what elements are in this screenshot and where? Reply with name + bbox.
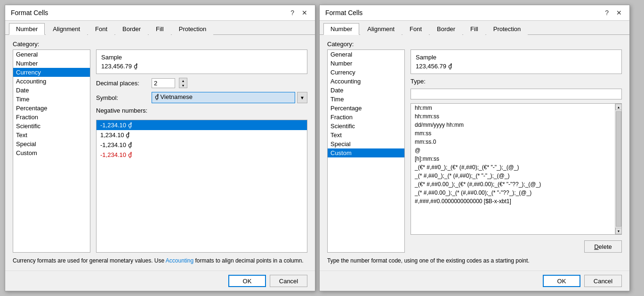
dialog-body-1: Category: GeneralNumberCurrencyAccountin… (5, 35, 315, 271)
tab-alignment-1[interactable]: Alignment (46, 23, 87, 35)
symbol-dropdown-arrow[interactable]: ▼ (297, 92, 307, 103)
title-bar-2: Format Cells ? ✕ (320, 5, 629, 21)
cancel-button-1[interactable]: Cancel (270, 275, 307, 287)
category-item[interactable]: Accounting (13, 77, 90, 86)
symbol-select[interactable]: ₫ Vietnamese (152, 92, 295, 103)
negative-item[interactable]: -1,234.10 ₫ (97, 140, 307, 150)
decimal-input[interactable] (152, 78, 175, 88)
tab-fill-1[interactable]: Fill (149, 23, 171, 35)
description-1: Currency formats are used for general mo… (13, 256, 307, 265)
format-item[interactable]: #,###,##0.0000000000000 [$B-x-xbt1] (411, 197, 621, 206)
category-item[interactable]: General (13, 50, 90, 59)
footer-2: OK Cancel (320, 271, 629, 291)
close-button-2[interactable]: ✕ (614, 9, 624, 16)
scroll-up-arrow[interactable]: ▲ (615, 104, 622, 110)
format-list[interactable]: hh:mmhh:mm:ssdd/mm/yyyy hh:mmmm:ssmm:ss.… (411, 103, 622, 235)
category-item[interactable]: Percentage (13, 104, 90, 113)
tab-number-1[interactable]: Number (9, 23, 45, 35)
category-item[interactable]: Special (328, 140, 404, 148)
category-list-2[interactable]: GeneralNumberCurrencyAccountingDateTimeP… (327, 49, 405, 253)
format-item[interactable]: _(* #,##0.00_);_(* (#,##0.00);_(* "-"??_… (411, 189, 621, 197)
ok-button-2[interactable]: OK (543, 275, 580, 287)
symbol-row: Symbol: ₫ Vietnamese ▼ (96, 92, 307, 103)
category-label-2: Category: (327, 41, 622, 48)
right-panel-2: Sample 123,456.79 ₫ Type: #,##0.00 [$₫-v… (411, 49, 622, 253)
accounting-link[interactable]: Accounting (166, 257, 193, 264)
tab-protection-2[interactable]: Protection (486, 23, 528, 35)
category-item[interactable]: Fraction (328, 113, 404, 122)
help-button-2[interactable]: ? (603, 9, 611, 16)
tab-font-2[interactable]: Font (402, 23, 429, 35)
format-item[interactable]: hh:mm:ss (411, 112, 621, 121)
category-item[interactable]: Scientific (328, 122, 404, 131)
format-cells-dialog-2: Format Cells ? ✕ NumberAlignmentFontBord… (319, 5, 630, 291)
tabs-2: NumberAlignmentFontBorderFillProtection (320, 21, 629, 35)
format-item[interactable]: [h]:mm:ss (411, 155, 621, 163)
negative-item[interactable]: 1,234.10 ₫ (97, 130, 307, 140)
category-item[interactable]: Text (328, 131, 404, 140)
title-controls-1: ? ✕ (289, 9, 309, 16)
decimal-row: Decimal places: ▲ ▼ (96, 78, 307, 88)
format-item[interactable]: mm:ss (411, 129, 621, 138)
format-item[interactable]: @ (411, 146, 621, 155)
tab-fill-2[interactable]: Fill (463, 23, 485, 35)
category-item[interactable]: Time (13, 95, 90, 104)
footer-1: OK Cancel (5, 271, 315, 291)
category-item[interactable]: Date (328, 86, 404, 95)
description-2: Type the number format code, using one o… (327, 256, 622, 265)
negative-list[interactable]: -1,234.10 ₫1,234.10 ₫-1,234.10 ₫-1,234.1… (96, 120, 307, 253)
main-row-2: GeneralNumberCurrencyAccountingDateTimeP… (327, 49, 622, 253)
dialog-title-1: Format Cells (11, 9, 48, 16)
category-item[interactable]: Number (13, 59, 90, 68)
tab-border-1[interactable]: Border (115, 23, 148, 35)
category-item[interactable]: General (328, 50, 404, 59)
cancel-button-2[interactable]: Cancel (584, 275, 622, 287)
format-item[interactable]: _(* #,##0_);_(* (#,##0);_(* "-"_);_(@_) (411, 172, 621, 180)
sample-value-1: 123,456.79 ₫ (101, 63, 302, 70)
format-item[interactable]: mm:ss.0 (411, 138, 621, 146)
dialog-title-2: Format Cells (325, 9, 362, 16)
tab-number-2[interactable]: Number (323, 23, 359, 35)
negative-item[interactable]: -1,234.10 ₫ (97, 120, 307, 130)
sample-box-2: Sample 123,456.79 ₫ (411, 49, 622, 74)
tab-border-2[interactable]: Border (430, 23, 462, 35)
scroll-thumb[interactable] (616, 111, 621, 227)
category-item[interactable]: Text (13, 131, 90, 140)
category-item[interactable]: Number (328, 59, 404, 68)
category-item[interactable]: Custom (328, 148, 404, 157)
tab-alignment-2[interactable]: Alignment (360, 23, 402, 35)
ok-button-1[interactable]: OK (228, 275, 266, 287)
spin-down[interactable]: ▼ (179, 83, 187, 88)
category-item[interactable]: Percentage (328, 104, 404, 113)
title-controls-2: ? ✕ (603, 9, 624, 16)
format-item[interactable]: _(€* #,##0_);_(€* (#,##0);_(€* "-"_);_(@… (411, 163, 621, 172)
category-item[interactable]: Time (328, 95, 404, 104)
spin-up[interactable]: ▲ (179, 78, 187, 83)
close-button-1[interactable]: ✕ (300, 9, 309, 16)
dialog-body-2: Category: GeneralNumberCurrencyAccountin… (320, 35, 629, 271)
format-item[interactable]: dd/mm/yyyy hh:mm (411, 121, 621, 129)
category-item[interactable]: Date (13, 86, 90, 95)
category-item[interactable]: Scientific (13, 122, 90, 131)
sample-value-2: 123,456.79 ₫ (416, 63, 617, 70)
category-item[interactable]: Custom (13, 148, 90, 157)
category-item[interactable]: Special (13, 140, 90, 148)
delete-button[interactable]: Delete (584, 240, 622, 253)
tab-protection-1[interactable]: Protection (172, 23, 214, 35)
tab-font-1[interactable]: Font (88, 23, 114, 35)
category-list-1[interactable]: GeneralNumberCurrencyAccountingDateTimeP… (13, 49, 90, 253)
category-item[interactable]: Accounting (328, 77, 404, 86)
scroll-down-arrow[interactable]: ▼ (615, 228, 622, 234)
category-item[interactable]: Currency (328, 68, 404, 77)
negative-item[interactable]: -1,234.10 ₫ (97, 150, 307, 160)
category-item[interactable]: Currency (13, 68, 90, 77)
sample-label-1: Sample (101, 54, 302, 61)
help-button-1[interactable]: ? (289, 9, 296, 16)
negative-list-wrap: -1,234.10 ₫1,234.10 ₫-1,234.10 ₫-1,234.1… (96, 120, 307, 253)
category-item[interactable]: Fraction (13, 113, 90, 122)
type-input[interactable]: #,##0.00 [$₫-vi-VN] (411, 89, 622, 99)
format-item[interactable]: hh:mm (411, 104, 621, 112)
format-item[interactable]: _(€* #,##0.00_);_(€* (#,##0.00);_(€* "-"… (411, 180, 621, 189)
sample-label-2: Sample (416, 54, 617, 61)
symbol-label: Symbol: (96, 94, 148, 101)
